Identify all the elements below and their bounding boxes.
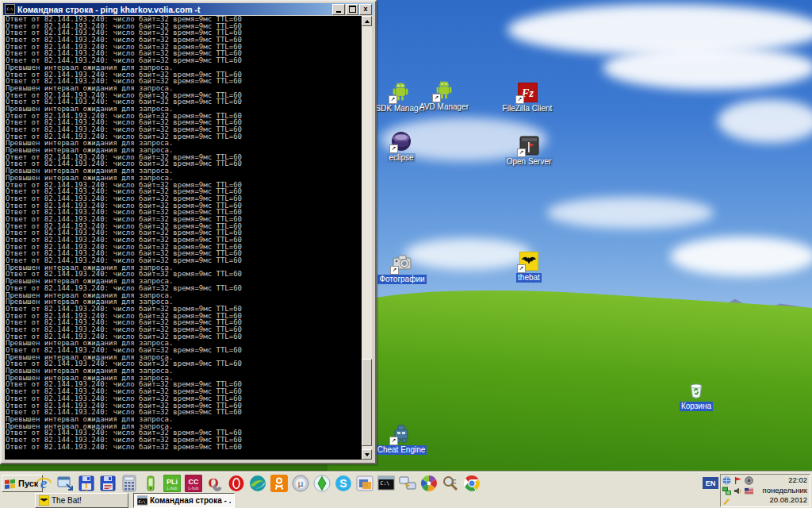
yellow-wand-icon[interactable]	[722, 497, 731, 506]
quicklaunch-floppy-icon[interactable]	[99, 475, 117, 492]
quicklaunch-skype-icon[interactable]: S	[335, 475, 352, 492]
shortcut-arrow-icon: ↗	[517, 148, 526, 157]
photos-icon: ↗	[392, 252, 412, 273]
bat-small-icon	[39, 495, 49, 506]
clock-weekday: понедельник	[759, 486, 807, 496]
maximize-button[interactable]	[346, 4, 358, 15]
shortcut-arrow-icon: ↗	[390, 266, 399, 275]
desktop-icon-label: Cheat Engine	[376, 445, 427, 455]
svg-text:L-hub: L-hub	[167, 486, 178, 491]
red-flag-icon[interactable]	[733, 476, 742, 485]
cloud	[547, 197, 714, 229]
svg-text:e: e	[40, 475, 48, 491]
clock-time: 22:02	[759, 475, 807, 486]
cmd-window-icon: C:\	[5, 4, 15, 14]
sdk-manager-icon: ↗	[390, 82, 411, 102]
maximize-icon	[349, 6, 356, 13]
cloud	[718, 99, 812, 143]
taskbar-window-button-cmd[interactable]: C:\Командная строка - ...	[133, 493, 235, 508]
console-output: Ответ от 82.144.193.240: число байт=32 в…	[5, 16, 362, 460]
console-line: Ответ от 82.144.193.240: число байт=32 в…	[6, 444, 362, 451]
quicklaunch-download-q-icon[interactable]: Q	[206, 475, 224, 492]
recycle-bin-icon	[686, 379, 707, 400]
tray-icons	[721, 475, 759, 506]
minimize-icon	[336, 11, 341, 13]
quicklaunch-vmware-icon[interactable]	[356, 475, 373, 492]
clock-date: 20.08.2012	[759, 495, 807, 506]
desktop-icon-label: Open Server	[505, 157, 553, 167]
scrollbar-thumb[interactable]	[362, 359, 372, 446]
quicklaunch-show-desktop-icon[interactable]	[56, 475, 74, 492]
quicklaunch-cc-icon[interactable]: CCL-hub	[185, 475, 202, 492]
quicklaunch-search-icon[interactable]: F	[442, 475, 459, 492]
cloud	[670, 237, 812, 276]
cheat-engine-icon: ↗	[391, 423, 412, 444]
svg-text:CC: CC	[189, 478, 199, 486]
desktop-icon-label: Фотографии	[377, 275, 426, 284]
desktop-icon-cheat-engine[interactable]: ↗Cheat Engine	[376, 423, 427, 455]
quicklaunch-utorrent-icon[interactable]: µ	[292, 475, 309, 492]
windows-flag-icon	[5, 479, 16, 489]
language-indicator[interactable]: EN	[703, 477, 718, 489]
cmd-small-icon: C:\	[137, 495, 147, 506]
filezilla-client-icon: Fz↗	[517, 82, 538, 102]
speaker-icon[interactable]	[733, 487, 742, 495]
quicklaunch-picasa-icon[interactable]	[420, 475, 438, 492]
quicklaunch-calculator-icon[interactable]	[121, 475, 138, 492]
scroll-down-button[interactable]	[362, 449, 372, 460]
desktop-icon-photos[interactable]: ↗Фотографии	[377, 252, 427, 284]
desktop-icon-filezilla-client[interactable]: Fz↗FileZilla Client	[502, 82, 553, 114]
quicklaunch-chrome-icon[interactable]	[463, 475, 481, 492]
svg-text:S: S	[339, 477, 347, 490]
desktop-icon-label: eclipse	[387, 153, 415, 163]
system-tray: 22:02 понедельник 20.08.2012	[720, 474, 810, 507]
shortcut-arrow-icon: ↗	[389, 437, 398, 445]
desktop-icon-recycle-bin[interactable]: Корзина	[671, 379, 722, 411]
quicklaunch-odnoklassniki-icon[interactable]	[270, 475, 288, 492]
arrow-up-icon	[365, 20, 370, 23]
close-button[interactable]: x	[359, 4, 372, 15]
shortcut-arrow-icon: ↗	[517, 264, 526, 273]
quicklaunch-remote-desktop-icon[interactable]	[399, 475, 416, 492]
quicklaunch-floppy-alert-icon[interactable]: !	[78, 475, 95, 492]
minimize-button[interactable]	[332, 4, 345, 15]
shortcut-arrow-icon: ↗	[515, 95, 524, 104]
gray-dial-icon[interactable]	[745, 476, 753, 485]
thebat-icon: ↗	[519, 251, 539, 271]
desktop-icon-label: thebat	[516, 273, 542, 283]
quicklaunch-ie-icon[interactable]: e	[35, 475, 52, 492]
blue-globe-icon[interactable]	[722, 476, 731, 485]
taskbar-window-label: Командная строка - ...	[150, 496, 231, 505]
desktop-icon-avd-manager[interactable]: ↗AVD Manager	[419, 80, 469, 112]
tray-clock[interactable]: 22:02 понедельник 20.08.2012	[759, 475, 810, 506]
console-window: C:\ Командная строка - ping kharkov.voli…	[0, 0, 377, 464]
console-scrollbar[interactable]	[362, 16, 372, 460]
scroll-up-button[interactable]	[362, 16, 372, 26]
green-network-icon[interactable]	[722, 487, 731, 495]
quicklaunch-opera-icon[interactable]	[228, 475, 245, 492]
desktop-icon-open-server[interactable]: ↗Open Server	[504, 135, 554, 167]
taskbar-window-label: The Bat!	[52, 496, 82, 505]
quicklaunch-phone-icon[interactable]	[142, 475, 159, 492]
eclipse-icon: ↗	[391, 131, 412, 152]
quicklaunch-sims-icon[interactable]	[313, 475, 331, 492]
quicklaunch-swirl-icon[interactable]	[249, 475, 266, 492]
quicklaunch-cmd-icon[interactable]: C:\	[377, 475, 395, 492]
desktop-icon-label: AVD Manager	[418, 102, 470, 112]
taskbar-window-button-thebat[interactable]: The Bat!	[35, 493, 128, 508]
shortcut-arrow-icon: ↗	[389, 144, 398, 153]
desktop-icon-label: FileZilla Client	[501, 104, 554, 114]
console-titlebar[interactable]: C:\ Командная строка - ping kharkov.voli…	[3, 3, 373, 15]
taskbar-windows: The Bat!C:\Командная строка - ...	[35, 493, 235, 507]
us-flag-icon[interactable]	[745, 487, 753, 495]
open-server-icon: ↗	[519, 135, 539, 156]
desktop-icon-eclipse[interactable]: ↗eclipse	[376, 131, 427, 163]
svg-text:PLi: PLi	[167, 478, 178, 486]
quicklaunch-pli-icon[interactable]: PLiL-hub	[163, 475, 181, 492]
desktop-icon-label: Корзина	[680, 402, 713, 411]
cloud	[603, 46, 812, 90]
quick-launch: e!PLiL-hubCCL-hubQµSC:\F	[35, 473, 481, 493]
taskbar: Пуск e!PLiL-hubCCL-hubQµSC:\F The Bat!C:…	[0, 471, 812, 508]
desktop-icon-thebat[interactable]: ↗thebat	[504, 251, 554, 283]
svg-text:L-hub: L-hub	[189, 486, 199, 491]
